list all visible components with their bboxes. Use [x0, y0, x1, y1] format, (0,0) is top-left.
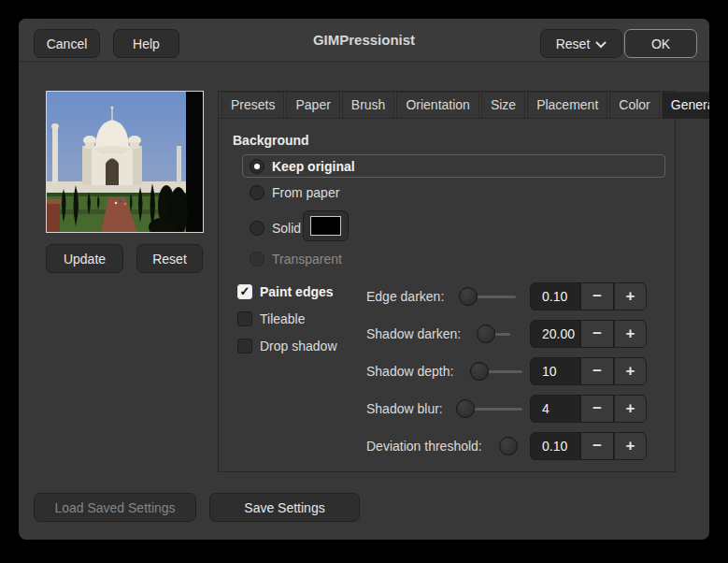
shadow-depth-row: Shadow depth: 10 − + [219, 357, 647, 385]
solid-color-button[interactable] [303, 210, 349, 241]
chevron-down-icon [595, 36, 607, 51]
tab-general[interactable]: General [662, 92, 709, 119]
decrement-button[interactable]: − [580, 432, 614, 460]
settings-notebook: Presets Paper Brush Orientation Size Pla… [218, 91, 676, 472]
radio-label: Solid [272, 221, 301, 236]
color-swatch [310, 216, 341, 236]
increment-button[interactable]: + [614, 432, 647, 460]
radio-label: Transparent [272, 252, 342, 267]
tab-presets[interactable]: Presets [221, 92, 284, 118]
slider-label: Shadow darken: [366, 320, 461, 348]
tab-orientation[interactable]: Orientation [396, 92, 478, 118]
increment-button[interactable]: + [614, 395, 647, 423]
gimpressionist-dialog: Cancel Help GIMPressionist Reset OK [19, 19, 709, 540]
tab-paper[interactable]: Paper [286, 92, 339, 118]
increment-button[interactable]: + [614, 320, 647, 348]
reset-menu-label: Reset [556, 36, 591, 51]
tab-brush[interactable]: Brush [342, 92, 395, 118]
shadow-blur-row: Shadow blur: 4 − + [219, 395, 647, 423]
deviation-threshold-value[interactable]: 0.10 [530, 432, 580, 460]
ok-button[interactable]: OK [624, 29, 697, 58]
slider-label: Shadow depth: [366, 357, 453, 385]
radio-icon [250, 252, 264, 267]
increment-button[interactable]: + [614, 282, 647, 310]
slider-handle[interactable] [470, 362, 489, 381]
preview-image [46, 91, 204, 233]
radio-keep-original[interactable]: Keep original [242, 154, 665, 178]
radio-solid[interactable]: Solid [250, 218, 301, 238]
radio-label: From paper [272, 185, 339, 200]
slider-label: Shadow blur: [366, 395, 443, 423]
background-heading: Background [233, 133, 309, 148]
radio-icon[interactable] [250, 159, 264, 174]
decrement-button[interactable]: − [580, 282, 614, 310]
taj-mahal-photo [47, 92, 203, 232]
shadow-blur-value[interactable]: 4 [530, 395, 580, 423]
reset-menu-button[interactable]: Reset [540, 29, 622, 58]
edge-darken-value[interactable]: 0.10 [530, 282, 580, 310]
tab-placement[interactable]: Placement [527, 92, 607, 118]
reset-preview-button[interactable]: Reset [136, 244, 203, 273]
update-button[interactable]: Update [46, 244, 123, 273]
slider-label: Edge darken: [366, 282, 444, 310]
radio-icon[interactable] [250, 221, 264, 236]
titlebar: Cancel Help GIMPressionist Reset OK [19, 19, 709, 62]
tab-strip: Presets Paper Brush Orientation Size Pla… [219, 92, 675, 119]
slider-handle[interactable] [499, 437, 518, 455]
save-settings-button[interactable]: Save Settings [209, 493, 360, 522]
decrement-button[interactable]: − [580, 395, 614, 423]
tab-color[interactable]: Color [609, 92, 659, 118]
slider-handle[interactable] [477, 325, 495, 343]
slider-label: Deviation threshold: [366, 432, 482, 460]
slider-handle[interactable] [459, 287, 478, 306]
shadow-depth-value[interactable]: 10 [530, 357, 580, 385]
shadow-darken-row: Shadow darken: 20.00 − + [219, 320, 647, 348]
radio-from-paper[interactable]: From paper [250, 182, 339, 203]
screen: Cancel Help GIMPressionist Reset OK [0, 0, 728, 563]
tab-size[interactable]: Size [481, 92, 525, 118]
radio-transparent: Transparent [250, 249, 342, 269]
radio-label: Keep original [272, 159, 355, 174]
shadow-darken-value[interactable]: 20.00 [530, 320, 580, 348]
deviation-threshold-row: Deviation threshold: 0.10 − + [219, 432, 647, 460]
slider-handle[interactable] [456, 399, 475, 418]
decrement-button[interactable]: − [580, 320, 614, 348]
edge-darken-row: Edge darken: 0.10 − + [219, 282, 647, 310]
radio-icon[interactable] [250, 185, 264, 200]
increment-button[interactable]: + [614, 357, 647, 385]
decrement-button[interactable]: − [580, 357, 614, 385]
load-saved-settings-button: Load Saved Settings [34, 493, 196, 522]
